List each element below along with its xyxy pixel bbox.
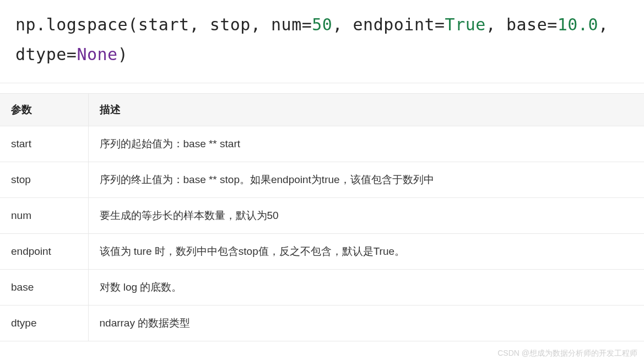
desc-cell: 对数 log 的底数。 <box>88 270 644 306</box>
table-row: start 序列的起始值为：base ** start <box>0 126 644 162</box>
param-cell: base <box>0 270 88 306</box>
table-row: stop 序列的终止值为：base ** stop。如果endpoint为tru… <box>0 162 644 198</box>
table-row: endpoint 该值为 ture 时，数列中中包含stop值，反之不包含，默认… <box>0 234 644 270</box>
code-eq: = <box>435 15 445 34</box>
params-table-wrap: 参数 描述 start 序列的起始值为：base ** start stop 序… <box>0 93 644 341</box>
code-eq: = <box>67 45 77 64</box>
table-row: dtype ndarray 的数据类型 <box>0 306 644 341</box>
table-header-row: 参数 描述 <box>0 94 644 126</box>
param-cell: endpoint <box>0 234 88 270</box>
code-text: ) <box>118 45 128 64</box>
code-num: 10.0 <box>558 15 598 34</box>
param-cell: stop <box>0 162 88 198</box>
code-num: 50 <box>312 15 332 34</box>
param-cell: dtype <box>0 306 88 341</box>
desc-cell: 该值为 ture 时，数列中中包含stop值，反之不包含，默认是True。 <box>88 234 644 270</box>
desc-cell: 序列的终止值为：base ** stop。如果endpoint为true，该值包… <box>88 162 644 198</box>
code-text: , base <box>486 15 547 34</box>
param-cell: num <box>0 198 88 234</box>
code-text: , endpoint <box>332 15 435 34</box>
header-param: 参数 <box>0 94 88 126</box>
code-eq: = <box>547 15 558 34</box>
table-row: base 对数 log 的底数。 <box>0 270 644 306</box>
desc-cell: 要生成的等步长的样本数量，默认为50 <box>88 198 644 234</box>
code-eq: = <box>302 15 312 34</box>
code-text: np.logspace(start, stop, num <box>15 15 302 34</box>
code-signature: np.logspace(start, stop, num=50, endpoin… <box>0 0 644 83</box>
header-desc: 描述 <box>88 94 644 126</box>
code-true: True <box>445 15 486 34</box>
desc-cell: 序列的起始值为：base ** start <box>88 126 644 162</box>
watermark: CSDN @想成为数据分析师的开发工程师 <box>497 349 637 358</box>
desc-cell: ndarray 的数据类型 <box>88 306 644 341</box>
table-row: num 要生成的等步长的样本数量，默认为50 <box>0 198 644 234</box>
params-table: 参数 描述 start 序列的起始值为：base ** start stop 序… <box>0 93 644 341</box>
code-none: None <box>77 45 117 64</box>
param-cell: start <box>0 126 88 162</box>
